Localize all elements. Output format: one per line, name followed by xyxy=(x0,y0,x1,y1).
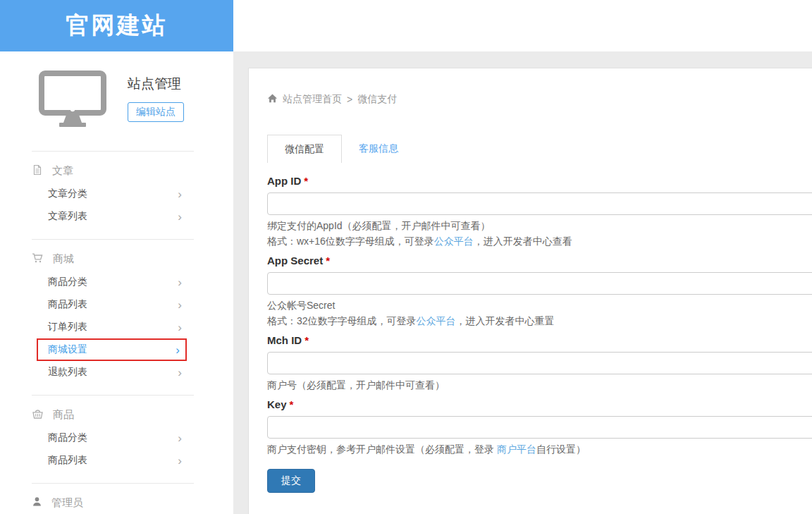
help-text-app-secret: 公众帐号Secret xyxy=(267,298,812,313)
tab-customer-service[interactable]: 客服信息 xyxy=(342,135,415,163)
site-panel: 站点管理 编辑站点 xyxy=(0,51,233,145)
required-marker: * xyxy=(326,255,330,267)
content-background: 站点管理首页 > 微信支付 微信配置客服信息 App ID*绑定支付的AppId… xyxy=(233,51,812,514)
sidebar-section-header-articles: 文章 xyxy=(32,163,194,178)
edit-site-button[interactable]: 编辑站点 xyxy=(128,102,184,122)
app-id-input[interactable] xyxy=(267,192,812,215)
sidebar-item-label: 商品列表 xyxy=(48,298,87,311)
sidebar: 站点管理 编辑站点 文章文章分类›文章列表›商城商品分类›商品列表›订单列表›商… xyxy=(0,51,233,514)
required-marker: * xyxy=(290,398,294,410)
field-label-key: Key* xyxy=(267,398,812,412)
help-text-segment: 公众帐号Secret xyxy=(267,300,335,311)
chevron-right-icon: › xyxy=(178,211,182,223)
help-text-segment: 商户号（必须配置，开户邮件中可查看） xyxy=(267,379,445,391)
basket-icon xyxy=(32,408,44,422)
field-label-mch-id: Mch ID* xyxy=(267,334,812,348)
form-group-app-secret: App Secret*公众帐号Secret格式：32位数字字母组成，可登录公众平… xyxy=(267,255,812,329)
breadcrumb-separator: > xyxy=(347,94,352,105)
sidebar-item-goods-category[interactable]: 商品分类› xyxy=(32,271,194,293)
file-text-icon xyxy=(32,164,43,178)
required-marker: * xyxy=(304,175,308,187)
key-input[interactable] xyxy=(267,416,812,439)
sidebar-item-label: 退款列表 xyxy=(48,366,87,379)
field-label-app-secret: App Secret* xyxy=(267,255,812,269)
help-text-app-id: 格式：wx+16位数字字母组成，可登录公众平台，进入开发者中心查看 xyxy=(267,233,812,249)
form-group-app-id: App ID*绑定支付的AppId（必须配置，开户邮件中可查看）格式：wx+16… xyxy=(267,175,812,249)
help-text-key: 商户支付密钥，参考开户邮件设置（必须配置，登录 商户平台自行设置） xyxy=(267,441,812,457)
sidebar-section-admins: 管理员管理员分组› xyxy=(0,484,233,514)
sidebar-item-label: 订单列表 xyxy=(48,321,87,334)
help-text-mch-id: 商户号（必须配置，开户邮件中可查看） xyxy=(267,377,812,393)
sidebar-item-article-category[interactable]: 文章分类› xyxy=(32,183,194,205)
app-secret-input[interactable] xyxy=(267,272,812,295)
tab-wechat-config[interactable]: 微信配置 xyxy=(267,135,342,163)
sidebar-item-refund-list[interactable]: 退款列表› xyxy=(32,361,194,384)
sidebar-item-label: 文章分类 xyxy=(48,188,87,200)
help-link[interactable]: 商户平台 xyxy=(497,443,536,455)
sidebar-item-mall-settings[interactable]: 商城设置› xyxy=(37,338,187,361)
site-title: 站点管理 xyxy=(128,75,184,93)
user-icon xyxy=(32,496,42,509)
help-text-segment: 格式：32位数字字母组成，可登录 xyxy=(267,315,417,326)
chevron-right-icon: › xyxy=(176,344,180,356)
sidebar-section-header-products: 商品 xyxy=(32,407,194,422)
chevron-right-icon: › xyxy=(178,322,182,334)
chevron-right-icon: › xyxy=(178,299,182,311)
home-icon xyxy=(267,93,278,106)
wechat-pay-form: App ID*绑定支付的AppId（必须配置，开户邮件中可查看）格式：wx+16… xyxy=(267,175,812,493)
field-label-app-id: App ID* xyxy=(267,175,812,189)
tab-bar: 微信配置客服信息 xyxy=(267,135,812,163)
monitor-icon xyxy=(39,71,106,130)
sidebar-item-label: 商品分类 xyxy=(48,432,87,444)
top-bar: 官网建站 xyxy=(0,0,812,51)
sidebar-section-label: 管理员 xyxy=(51,496,83,510)
sidebar-item-product-category[interactable]: 商品分类› xyxy=(32,427,194,449)
sidebar-section-header-admins: 管理员 xyxy=(32,495,194,510)
form-group-mch-id: Mch ID*商户号（必须配置，开户邮件中可查看） xyxy=(267,334,812,393)
help-text-segment: 绑定支付的AppId（必须配置，开户邮件中可查看） xyxy=(267,220,491,231)
sidebar-item-label: 商品分类 xyxy=(48,276,87,288)
help-text-segment: ，进入开发者中心重置 xyxy=(456,315,555,326)
breadcrumb: 站点管理首页 > 微信支付 xyxy=(267,92,812,106)
sidebar-section-header-mall: 商城 xyxy=(32,251,194,267)
sidebar-section-label: 商城 xyxy=(53,252,74,266)
chevron-right-icon: › xyxy=(178,276,182,288)
form-group-key: Key*商户支付密钥，参考开户邮件设置（必须配置，登录 商户平台自行设置） xyxy=(267,398,812,457)
app-logo: 官网建站 xyxy=(0,0,233,51)
chevron-right-icon: › xyxy=(178,188,182,200)
help-text-segment: ，进入开发者中心查看 xyxy=(474,235,572,247)
help-link[interactable]: 公众平台 xyxy=(417,315,456,326)
help-text-app-secret: 格式：32位数字字母组成，可登录公众平台，进入开发者中心重置 xyxy=(267,313,812,329)
sidebar-item-label: 商品列表 xyxy=(48,454,87,467)
help-text-app-id: 绑定支付的AppId（必须配置，开户邮件中可查看） xyxy=(267,218,812,233)
breadcrumb-current: 微信支付 xyxy=(357,93,397,106)
chevron-right-icon: › xyxy=(178,367,182,379)
required-marker: * xyxy=(304,334,309,346)
help-link[interactable]: 公众平台 xyxy=(434,235,474,247)
sidebar-item-product-list[interactable]: 商品列表› xyxy=(32,449,194,472)
sidebar-section-mall: 商城商品分类›商品列表›订单列表›商城设置›退款列表› xyxy=(0,240,233,391)
sidebar-section-label: 商品 xyxy=(53,408,74,422)
cart-icon xyxy=(32,252,44,266)
sidebar-section-products: 商品商品分类›商品列表› xyxy=(0,396,233,479)
sidebar-item-article-list[interactable]: 文章列表› xyxy=(32,205,194,228)
help-text-segment: 商户支付密钥，参考开户邮件设置（必须配置，登录 xyxy=(267,443,497,455)
help-text-segment: 自行设置） xyxy=(536,443,586,455)
mch-id-input[interactable] xyxy=(267,352,812,374)
sidebar-section-articles: 文章文章分类›文章列表› xyxy=(0,152,233,235)
main-panel: 站点管理首页 > 微信支付 微信配置客服信息 App ID*绑定支付的AppId… xyxy=(248,68,812,514)
chevron-right-icon: › xyxy=(178,432,182,444)
sidebar-section-label: 文章 xyxy=(52,164,73,178)
chevron-right-icon: › xyxy=(178,455,182,467)
submit-button[interactable]: 提交 xyxy=(267,469,315,493)
sidebar-item-label: 文章列表 xyxy=(48,210,87,223)
breadcrumb-home-link[interactable]: 站点管理首页 xyxy=(283,93,342,106)
sidebar-item-order-list[interactable]: 订单列表› xyxy=(32,316,194,338)
sidebar-item-label: 商城设置 xyxy=(48,343,87,356)
help-text-segment: 格式：wx+16位数字字母组成，可登录 xyxy=(267,235,434,247)
sidebar-item-goods-list[interactable]: 商品列表› xyxy=(32,293,194,316)
app-title: 官网建站 xyxy=(66,10,168,42)
